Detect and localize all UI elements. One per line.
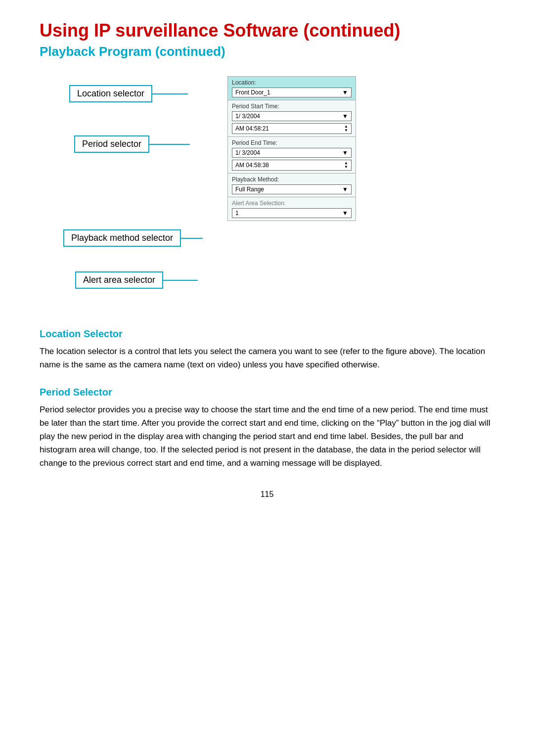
ui-panel: Location: Front Door_1 ▼ Period Start Ti… bbox=[227, 76, 356, 221]
location-selector-box: Location selector bbox=[69, 85, 152, 102]
location-selector-text: Location selector bbox=[77, 89, 144, 98]
period-start-row: Period Start Time: 1/ 3/2004 ▼ AM 04:58:… bbox=[228, 100, 356, 137]
playback-selector-text: Playback method selector bbox=[71, 233, 173, 243]
alert-area-arrow: ▼ bbox=[342, 210, 348, 217]
playback-method-select[interactable]: Full Range ▼ bbox=[232, 184, 352, 194]
period-end-date-value: 1/ 3/2004 bbox=[235, 149, 260, 156]
alert-area-value: 1 bbox=[235, 210, 239, 217]
alert-selector-text: Alert area selector bbox=[83, 275, 155, 285]
period-end-time-spinner: ▲ ▼ bbox=[344, 161, 348, 169]
period-end-row: Period End Time: 1/ 3/2004 ▼ AM 04:58:38… bbox=[228, 137, 356, 174]
alert-area-select[interactable]: 1 ▼ bbox=[232, 208, 352, 218]
location-selector-label-group: Location selector bbox=[69, 85, 188, 102]
page-title: Using IP surveillance Software (continue… bbox=[40, 20, 494, 41]
period-start-date-value: 1/ 3/2004 bbox=[235, 113, 260, 120]
period-start-time-value: AM 04:58:21 bbox=[235, 125, 269, 132]
playback-selector-label-group: Playback method selector bbox=[63, 229, 203, 247]
playback-method-arrow: ▼ bbox=[342, 186, 348, 193]
location-value: Front Door_1 bbox=[235, 89, 270, 96]
period-start-date-arrow: ▼ bbox=[342, 113, 348, 120]
period-end-date-select[interactable]: 1/ 3/2004 ▼ bbox=[232, 148, 352, 158]
page-number: 115 bbox=[40, 490, 494, 499]
section-subtitle: Playback Program (continued) bbox=[40, 44, 494, 59]
playback-method-value: Full Range bbox=[235, 186, 264, 193]
alert-selector-label-group: Alert area selector bbox=[75, 271, 198, 289]
playback-selector-box: Playback method selector bbox=[63, 229, 181, 247]
playback-method-row: Playback Method: Full Range ▼ bbox=[228, 174, 356, 197]
location-section-title: Location Selector bbox=[40, 328, 494, 340]
alert-area-label: Alert Area Selection: bbox=[232, 200, 352, 207]
period-start-time-input[interactable]: AM 04:58:21 ▲ ▼ bbox=[232, 123, 352, 134]
period-start-label: Period Start Time: bbox=[232, 103, 352, 110]
alert-connector bbox=[163, 280, 198, 281]
alert-area-row: Alert Area Selection: 1 ▼ bbox=[228, 197, 356, 221]
period-section-body: Period selector provides you a precise w… bbox=[40, 403, 494, 470]
period-start-date-select[interactable]: 1/ 3/2004 ▼ bbox=[232, 111, 352, 121]
period-selector-label-group: Period selector bbox=[74, 135, 190, 153]
period-section-title: Period Selector bbox=[40, 387, 494, 398]
location-label: Location: bbox=[232, 79, 352, 86]
location-row: Location: Front Door_1 ▼ bbox=[228, 77, 356, 100]
alert-selector-box: Alert area selector bbox=[75, 271, 163, 289]
period-selector-text: Period selector bbox=[82, 139, 141, 149]
period-end-label: Period End Time: bbox=[232, 139, 352, 146]
period-start-time-spinner: ▲ ▼ bbox=[344, 125, 348, 133]
period-end-time-input[interactable]: AM 04:58:38 ▲ ▼ bbox=[232, 160, 352, 171]
location-select[interactable]: Front Door_1 ▼ bbox=[232, 88, 352, 97]
period-end-date-arrow: ▼ bbox=[342, 149, 348, 156]
playback-connector bbox=[181, 238, 203, 239]
period-end-time-value: AM 04:58:38 bbox=[235, 162, 269, 169]
playback-method-label: Playback Method: bbox=[232, 176, 352, 183]
period-selector-box: Period selector bbox=[74, 135, 149, 153]
diagram-area: Location: Front Door_1 ▼ Period Start Ti… bbox=[40, 71, 494, 309]
location-dropdown-arrow: ▼ bbox=[342, 89, 348, 96]
location-connector bbox=[152, 93, 188, 94]
location-section-body: The location selector is a control that … bbox=[40, 345, 494, 371]
period-connector bbox=[149, 144, 190, 145]
